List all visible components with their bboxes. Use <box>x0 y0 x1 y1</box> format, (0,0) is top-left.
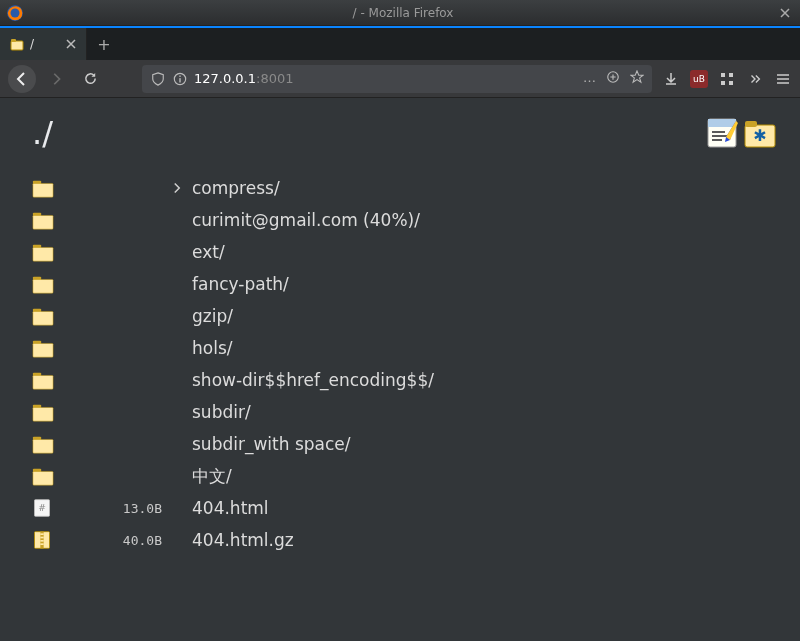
svg-rect-31 <box>33 343 53 357</box>
svg-rect-10 <box>721 81 725 85</box>
url-host: 127.0.0.1 <box>194 71 256 86</box>
list-item: fancy-path/ <box>32 268 776 300</box>
folder-icon <box>32 177 104 199</box>
svg-rect-15 <box>712 135 728 137</box>
navigation-toolbar: 127.0.0.1:8001 … uB <box>0 60 800 98</box>
tab-close-icon[interactable] <box>66 37 76 52</box>
page-actions-icon[interactable]: … <box>583 70 596 87</box>
svg-rect-14 <box>712 131 725 133</box>
svg-rect-29 <box>33 311 53 325</box>
folder-icon <box>32 305 104 327</box>
tracking-protection-icon[interactable] <box>150 71 166 87</box>
svg-rect-25 <box>33 247 53 261</box>
entry-name-link[interactable]: compress/ <box>192 178 776 198</box>
home-folder-icon[interactable]: ✱ <box>744 117 776 149</box>
entry-name-link[interactable]: subdir_with space/ <box>192 434 776 454</box>
svg-rect-23 <box>33 215 53 229</box>
back-button[interactable] <box>8 65 36 93</box>
svg-rect-45 <box>40 537 43 539</box>
svg-rect-46 <box>40 540 43 542</box>
window-close-icon[interactable] <box>776 4 794 22</box>
tab-title: / <box>30 37 34 51</box>
entry-name-link[interactable]: 404.html.gz <box>192 530 776 550</box>
svg-rect-35 <box>33 407 53 421</box>
entry-name-link[interactable]: subdir/ <box>192 402 776 422</box>
svg-rect-13 <box>708 119 736 127</box>
svg-rect-16 <box>712 139 722 141</box>
entry-name-link[interactable]: ext/ <box>192 242 776 262</box>
site-info-icon[interactable] <box>172 71 188 87</box>
folder-icon <box>32 241 104 263</box>
entry-name-link[interactable]: hols/ <box>192 338 776 358</box>
page-content: ./ ✱ compress/curimit@gmail.com (40%)/ex… <box>0 98 800 641</box>
ublock-icon[interactable]: uB <box>690 70 708 88</box>
entry-name-link[interactable]: show-dir$$href_encoding$$/ <box>192 370 776 390</box>
overflow-icon[interactable] <box>746 70 764 88</box>
svg-rect-8 <box>721 73 725 77</box>
list-item: 中文/ <box>32 460 776 492</box>
url-bar[interactable]: 127.0.0.1:8001 … <box>142 65 652 93</box>
reload-button[interactable] <box>76 65 104 93</box>
svg-rect-27 <box>33 279 53 293</box>
svg-rect-37 <box>33 439 53 453</box>
list-item: subdir_with space/ <box>32 428 776 460</box>
browser-window: / - Mozilla Firefox / + <box>0 0 800 641</box>
folder-icon <box>32 401 104 423</box>
directory-listing: compress/curimit@gmail.com (40%)/ext/fan… <box>32 172 776 556</box>
entry-name-link[interactable]: curimit@gmail.com (40%)/ <box>192 210 776 230</box>
svg-rect-44 <box>40 533 43 535</box>
file-size: 40.0B <box>104 533 162 548</box>
file-size: 13.0B <box>104 501 162 516</box>
tab-favicon-icon <box>10 37 24 51</box>
list-item: subdir/ <box>32 396 776 428</box>
tab-bar: / + <box>0 26 800 60</box>
svg-rect-2 <box>11 41 23 50</box>
list-item: 40.0B404.html.gz <box>32 524 776 556</box>
folder-icon <box>32 209 104 231</box>
reader-mode-icon[interactable] <box>606 70 620 87</box>
entry-name-link[interactable]: 404.html <box>192 498 776 518</box>
page-heading: ./ <box>32 114 53 152</box>
entry-name-link[interactable]: gzip/ <box>192 306 776 326</box>
firefox-app-icon <box>6 4 24 22</box>
folder-icon <box>32 369 104 391</box>
tab-active[interactable]: / <box>0 28 87 60</box>
bookmark-star-icon[interactable] <box>630 70 644 87</box>
svg-rect-39 <box>33 471 53 485</box>
svg-rect-9 <box>729 73 733 77</box>
svg-rect-47 <box>40 543 43 545</box>
window-title: / - Mozilla Firefox <box>30 6 776 20</box>
folder-icon <box>32 433 104 455</box>
folder-icon <box>32 465 104 487</box>
svg-rect-21 <box>33 183 53 197</box>
entry-name-link[interactable]: 中文/ <box>192 465 776 488</box>
list-item: compress/ <box>32 172 776 204</box>
svg-text:✱: ✱ <box>753 126 766 145</box>
list-item: show-dir$$href_encoding$$/ <box>32 364 776 396</box>
svg-point-1 <box>11 8 20 17</box>
forward-button <box>42 65 70 93</box>
folder-icon <box>32 273 104 295</box>
list-item: curimit@gmail.com (40%)/ <box>32 204 776 236</box>
list-item: hols/ <box>32 332 776 364</box>
svg-rect-3 <box>11 39 16 42</box>
titlebar: / - Mozilla Firefox <box>0 0 800 26</box>
listing-header: ./ ✱ <box>32 114 776 152</box>
archive-icon <box>32 529 104 551</box>
entry-name-link[interactable]: fancy-path/ <box>192 274 776 294</box>
list-item: #13.0B404.html <box>32 492 776 524</box>
list-item: gzip/ <box>32 300 776 332</box>
svg-rect-5 <box>179 78 180 82</box>
expand-chevron-icon[interactable] <box>162 182 192 194</box>
svg-rect-11 <box>729 81 733 85</box>
edit-icon[interactable] <box>706 117 738 149</box>
folder-icon <box>32 337 104 359</box>
url-port: :8001 <box>256 71 293 86</box>
downloads-icon[interactable] <box>662 70 680 88</box>
svg-rect-33 <box>33 375 53 389</box>
new-tab-button[interactable]: + <box>87 28 121 60</box>
hamburger-menu-icon[interactable] <box>774 70 792 88</box>
list-item: ext/ <box>32 236 776 268</box>
apps-grid-icon[interactable] <box>718 70 736 88</box>
svg-rect-6 <box>179 75 180 76</box>
